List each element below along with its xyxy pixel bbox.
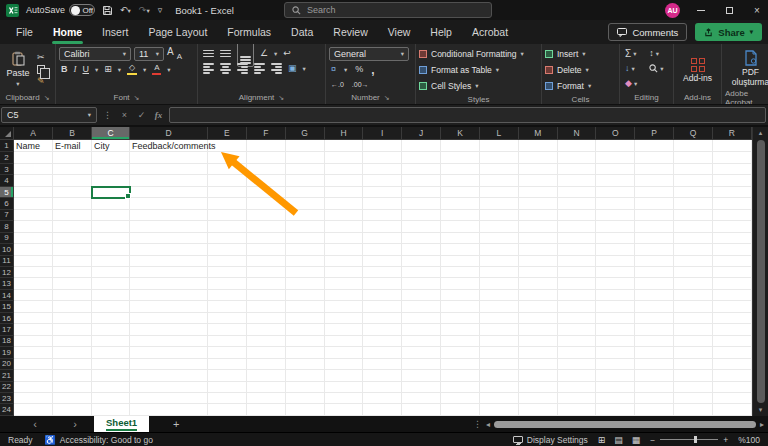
row-header-22[interactable]: 22	[0, 382, 14, 393]
cell-I12[interactable]	[363, 267, 402, 278]
cell-P18[interactable]	[635, 336, 674, 347]
cell-B12[interactable]	[53, 267, 92, 278]
cell-L11[interactable]	[480, 256, 519, 267]
cell-D23[interactable]	[130, 393, 208, 404]
cell-D3[interactable]	[130, 164, 208, 175]
cell-G14[interactable]	[286, 290, 325, 301]
name-box-dropdown-icon[interactable]: ▾	[88, 111, 91, 119]
cell-I9[interactable]	[363, 233, 402, 244]
cell-C19[interactable]	[92, 347, 130, 358]
cell-A4[interactable]	[14, 175, 53, 186]
cell-G9[interactable]	[286, 233, 325, 244]
cell-P13[interactable]	[635, 278, 674, 289]
cell-K15[interactable]	[441, 301, 480, 312]
tab-help[interactable]: Help	[420, 20, 462, 45]
cell-I14[interactable]	[363, 290, 402, 301]
cell-C14[interactable]	[92, 290, 130, 301]
cell-I20[interactable]	[363, 359, 402, 370]
column-header-L[interactable]: L	[480, 127, 519, 140]
font-name-select[interactable]: Calibri▾	[59, 47, 131, 61]
cell-J3[interactable]	[402, 164, 441, 175]
column-header-K[interactable]: K	[441, 127, 480, 140]
cell-G2[interactable]	[286, 152, 325, 163]
cell-F24[interactable]	[247, 404, 286, 415]
cell-H5[interactable]	[325, 187, 364, 198]
cell-D19[interactable]	[130, 347, 208, 358]
row-header-12[interactable]: 12	[0, 267, 14, 278]
column-header-H[interactable]: H	[325, 127, 364, 140]
cell-B23[interactable]	[53, 393, 92, 404]
name-box[interactable]: ▾	[1, 107, 97, 123]
zoom-in-icon[interactable]: +	[723, 435, 728, 445]
zoom-out-icon[interactable]: −	[650, 435, 655, 445]
align-top-icon[interactable]	[203, 50, 214, 58]
zoom-slider-thumb[interactable]	[694, 436, 697, 443]
cell-Q13[interactable]	[674, 278, 713, 289]
cell-K12[interactable]	[441, 267, 480, 278]
cell-Q10[interactable]	[674, 244, 713, 255]
cell-Q6[interactable]	[674, 198, 713, 209]
close-button[interactable]: ×	[750, 3, 764, 17]
cell-R21[interactable]	[713, 370, 752, 381]
cell-L21[interactable]	[480, 370, 519, 381]
cell-J22[interactable]	[402, 382, 441, 393]
cell-I21[interactable]	[363, 370, 402, 381]
scroll-down-icon[interactable]: ▾	[759, 406, 763, 414]
cell-L16[interactable]	[480, 313, 519, 324]
tab-view[interactable]: View	[378, 20, 421, 45]
cell-G3[interactable]	[286, 164, 325, 175]
cell-O18[interactable]	[596, 336, 635, 347]
cell-N21[interactable]	[558, 370, 597, 381]
cell-I23[interactable]	[363, 393, 402, 404]
cell-K11[interactable]	[441, 256, 480, 267]
cell-A9[interactable]	[14, 233, 53, 244]
column-header-D[interactable]: D	[130, 127, 208, 140]
cell-A6[interactable]	[14, 198, 53, 209]
cell-J11[interactable]	[402, 256, 441, 267]
cell-N14[interactable]	[558, 290, 597, 301]
cell-Q16[interactable]	[674, 313, 713, 324]
row-header-19[interactable]: 19	[0, 347, 14, 358]
cell-A1[interactable]: Name	[14, 140, 53, 152]
cell-E17[interactable]	[208, 324, 247, 335]
cell-R2[interactable]	[713, 152, 752, 163]
cell-Q21[interactable]	[674, 370, 713, 381]
wrap-text-icon[interactable]: ↩	[283, 49, 291, 58]
cell-B7[interactable]	[53, 210, 92, 221]
cell-P15[interactable]	[635, 301, 674, 312]
row-header-11[interactable]: 11	[0, 256, 14, 267]
cell-I13[interactable]	[363, 278, 402, 289]
cell-C1[interactable]: City	[92, 140, 130, 152]
cell-J18[interactable]	[402, 336, 441, 347]
cell-A23[interactable]	[14, 393, 53, 404]
cell-M17[interactable]	[519, 324, 558, 335]
cell-D14[interactable]	[130, 290, 208, 301]
cell-R11[interactable]	[713, 256, 752, 267]
cell-B1[interactable]: E-mail	[53, 140, 92, 152]
cell-H24[interactable]	[325, 404, 364, 415]
cell-D17[interactable]	[130, 324, 208, 335]
cell-J4[interactable]	[402, 175, 441, 186]
cell-J24[interactable]	[402, 404, 441, 415]
cell-B5[interactable]	[53, 187, 92, 198]
cell-O9[interactable]	[596, 233, 635, 244]
cell-E15[interactable]	[208, 301, 247, 312]
cell-O17[interactable]	[596, 324, 635, 335]
horizontal-scroll-thumb[interactable]	[494, 421, 756, 428]
cell-J15[interactable]	[402, 301, 441, 312]
display-settings-button[interactable]: Display Settings	[513, 435, 588, 445]
cell-L7[interactable]	[480, 210, 519, 221]
cell-D15[interactable]	[130, 301, 208, 312]
cell-K9[interactable]	[441, 233, 480, 244]
fill-down-icon[interactable]: ↓	[625, 64, 630, 73]
cell-A24[interactable]	[14, 404, 53, 415]
cell-A2[interactable]	[14, 152, 53, 163]
cell-A5[interactable]	[14, 187, 53, 198]
cell-K23[interactable]	[441, 393, 480, 404]
format-cells-button[interactable]: Format▾	[545, 79, 616, 93]
cell-J23[interactable]	[402, 393, 441, 404]
cell-L6[interactable]	[480, 198, 519, 209]
conditional-formatting-button[interactable]: Conditional Formatting▾	[419, 47, 538, 61]
cell-O8[interactable]	[596, 221, 635, 232]
cell-H9[interactable]	[325, 233, 364, 244]
